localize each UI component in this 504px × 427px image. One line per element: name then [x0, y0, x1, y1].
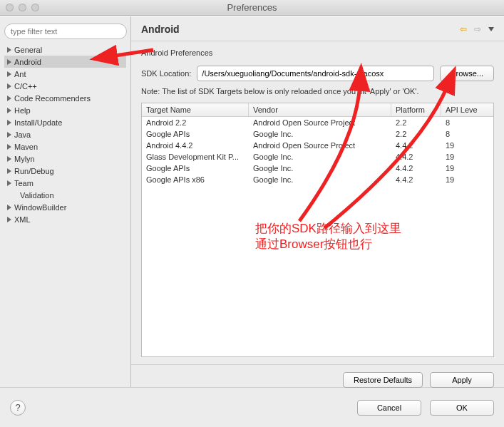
cell-platform: 4.4.2	[391, 163, 441, 174]
forward-icon[interactable]: ⇨	[472, 24, 483, 35]
sdk-targets-table: Target Name Vendor Platform API Leve And…	[141, 103, 494, 357]
sdk-location-input[interactable]	[197, 66, 434, 81]
disclosure-triangle-icon	[7, 59, 11, 65]
cell-name: Google APIs	[142, 128, 249, 140]
sidebar-item-label: Install/Update	[14, 118, 62, 127]
back-icon[interactable]: ⇦	[458, 24, 469, 35]
sidebar-item-mylyn[interactable]: Mylyn	[4, 153, 126, 165]
page-title: Android	[141, 24, 180, 35]
page-header: Android ⇦ ⇨	[131, 16, 504, 41]
cell-vendor: Android Open Source Project	[249, 140, 391, 151]
table-empty-area	[142, 185, 493, 356]
sidebar-item-android[interactable]: Android	[4, 56, 126, 68]
sidebar-item-validation[interactable]: Validation	[4, 189, 126, 201]
sdk-location-row: SDK Location: Browse...	[141, 66, 494, 81]
sidebar-item-label: XML	[14, 215, 31, 224]
minimize-icon[interactable]	[19, 4, 26, 11]
sidebar-item-label: Help	[14, 106, 31, 115]
sidebar-item-code-recommenders[interactable]: Code Recommenders	[4, 92, 126, 104]
disclosure-triangle-icon	[7, 71, 11, 77]
sidebar-item-ant[interactable]: Ant	[4, 68, 126, 80]
sidebar-item-label: C/C++	[14, 82, 37, 91]
col-target-name[interactable]: Target Name	[142, 103, 249, 116]
table-body: Android 2.2Android Open Source Project2.…	[142, 117, 493, 185]
cell-vendor: Google Inc.	[249, 163, 391, 174]
sidebar-item-help[interactable]: Help	[4, 104, 126, 116]
cell-name: Android 4.4.2	[142, 140, 249, 151]
cell-name: Google APIs	[142, 163, 249, 174]
page-subtitle: Android Preferences	[141, 48, 494, 57]
cell-api: 8	[441, 117, 484, 128]
table-row[interactable]: Google APIs x86Google Inc.4.4.219	[142, 174, 493, 185]
table-row[interactable]: Google APIsGoogle Inc.4.4.219	[142, 163, 493, 174]
sidebar-item-label: Team	[14, 179, 34, 187]
cell-platform: 4.4.2	[391, 151, 441, 163]
sidebar-item-install-update[interactable]: Install/Update	[4, 116, 126, 128]
preferences-sidebar: GeneralAndroidAntC/C++Code RecommendersH…	[0, 16, 131, 387]
sidebar-item-xml[interactable]: XML	[4, 213, 126, 225]
page-body: Android Preferences SDK Location: Browse…	[131, 41, 504, 364]
disclosure-triangle-icon	[7, 120, 11, 125]
cell-platform: 2.2	[391, 117, 441, 128]
col-platform[interactable]: Platform	[391, 103, 441, 116]
disclosure-triangle-icon	[7, 217, 11, 222]
cell-api: 19	[441, 174, 484, 185]
sidebar-item-label: Run/Debug	[14, 167, 54, 175]
sidebar-item-c-c-[interactable]: C/C++	[4, 80, 126, 92]
ok-button[interactable]: OK	[430, 400, 494, 416]
disclosure-triangle-icon	[7, 108, 11, 113]
sidebar-item-label: Maven	[14, 143, 38, 151]
cell-vendor: Google Inc.	[249, 151, 391, 163]
cell-name: Android 2.2	[142, 117, 249, 128]
table-row[interactable]: Android 4.4.2Android Open Source Project…	[142, 140, 493, 151]
table-header: Target Name Vendor Platform API Leve	[142, 103, 493, 117]
browse-button[interactable]: Browse...	[440, 66, 494, 81]
sdk-location-label: SDK Location:	[141, 69, 191, 78]
reload-note: Note: The list of SDK Targets below is o…	[141, 87, 494, 96]
disclosure-triangle-icon	[7, 180, 11, 186]
sidebar-item-label: Code Recommenders	[14, 94, 91, 103]
cell-platform: 4.4.2	[391, 140, 441, 151]
apply-button[interactable]: Apply	[430, 372, 494, 388]
cell-api: 19	[441, 140, 484, 151]
col-vendor[interactable]: Vendor	[249, 103, 391, 116]
filter-input[interactable]	[4, 24, 127, 39]
cell-api: 19	[441, 151, 484, 163]
cancel-button[interactable]: Cancel	[357, 400, 421, 416]
cell-name: Glass Development Kit P...	[142, 151, 249, 163]
restore-defaults-button[interactable]: Restore Defaults	[343, 372, 423, 388]
sidebar-item-label: Android	[14, 58, 41, 66]
help-button[interactable]: ?	[10, 400, 26, 416]
window-traffic-lights	[6, 4, 39, 11]
view-menu-icon[interactable]	[488, 27, 494, 31]
cell-api: 19	[441, 163, 484, 174]
header-toolbar: ⇦ ⇨	[458, 24, 494, 35]
sidebar-item-windowbuilder[interactable]: WindowBuilder	[4, 201, 126, 213]
sidebar-item-team[interactable]: Team	[4, 177, 126, 189]
sidebar-item-maven[interactable]: Maven	[4, 140, 126, 153]
cell-name: Google APIs x86	[142, 174, 249, 185]
page-footer: Restore Defaults Apply	[131, 364, 504, 395]
close-icon[interactable]	[6, 4, 14, 11]
table-row[interactable]: Google APIsGoogle Inc.2.28	[142, 128, 493, 140]
disclosure-triangle-icon	[7, 168, 11, 174]
zoom-icon[interactable]	[31, 4, 39, 11]
table-row[interactable]: Glass Development Kit P...Google Inc.4.4…	[142, 151, 493, 163]
table-row[interactable]: Android 2.2Android Open Source Project2.…	[142, 117, 493, 128]
cell-vendor: Android Open Source Project	[249, 117, 391, 128]
window-title: Preferences	[0, 2, 504, 13]
dialog-buttons: Cancel OK	[357, 400, 494, 416]
sidebar-item-java[interactable]: Java	[4, 128, 126, 140]
sidebar-item-label: Ant	[14, 70, 26, 78]
sidebar-item-run-debug[interactable]: Run/Debug	[4, 165, 126, 177]
sidebar-item-label: General	[14, 46, 42, 54]
sidebar-item-label: Java	[14, 130, 31, 139]
col-api-level[interactable]: API Leve	[441, 103, 484, 116]
sidebar-item-general[interactable]: General	[4, 43, 126, 56]
preferences-tree: GeneralAndroidAntC/C++Code RecommendersH…	[4, 43, 126, 225]
cell-platform: 4.4.2	[391, 174, 441, 185]
disclosure-triangle-icon	[7, 132, 11, 138]
titlebar: Preferences	[0, 0, 504, 16]
preferences-main: Android ⇦ ⇨ Android Preferences SDK Loca…	[131, 16, 504, 387]
disclosure-triangle-icon	[7, 156, 11, 162]
